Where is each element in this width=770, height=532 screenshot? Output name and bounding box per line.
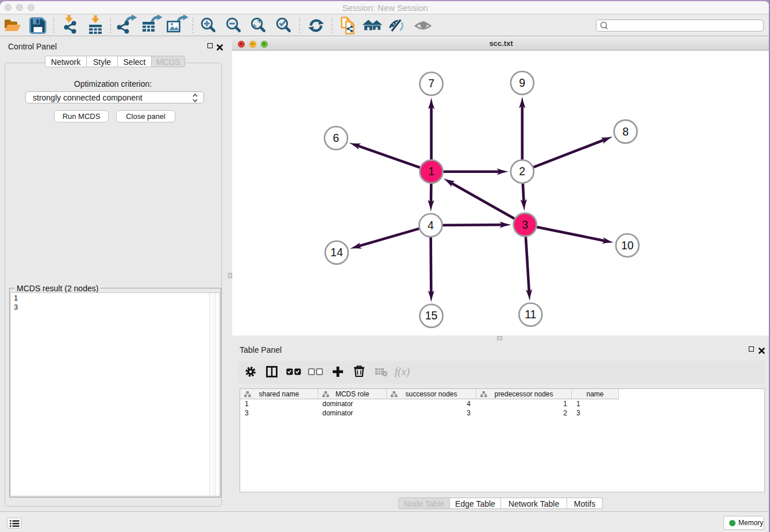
svg-text:6: 6 (333, 132, 339, 144)
svg-text:4: 4 (428, 219, 434, 232)
svg-text:14: 14 (330, 246, 343, 259)
svg-text:f(x): f(x) (395, 365, 410, 378)
svg-text:9: 9 (519, 76, 525, 89)
svg-text:2: 2 (519, 165, 525, 178)
svg-text:11: 11 (525, 308, 536, 321)
svg-text:3: 3 (522, 218, 528, 231)
svg-text:7: 7 (428, 77, 434, 90)
svg-text:10: 10 (621, 239, 634, 252)
svg-text:15: 15 (425, 309, 438, 322)
svg-text:1: 1 (428, 165, 434, 178)
svg-text:8: 8 (622, 125, 629, 138)
